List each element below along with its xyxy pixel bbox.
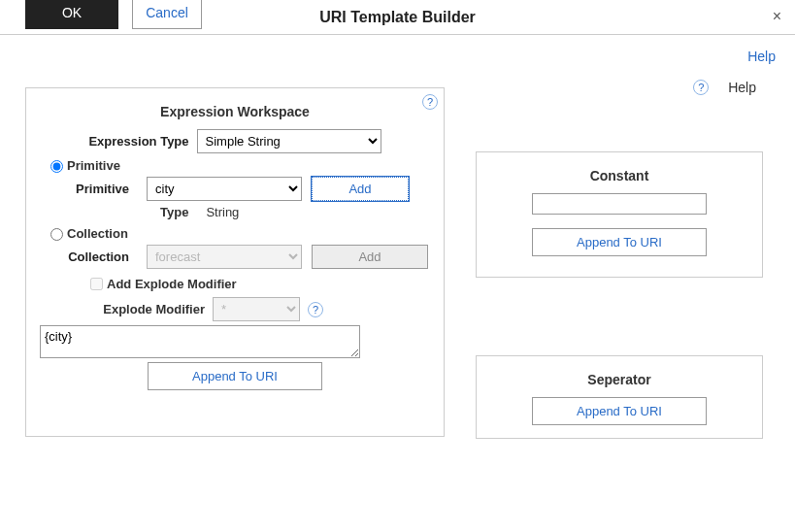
workspace-title: Expression Workspace <box>40 104 430 119</box>
workspace-help-icon[interactable]: ? <box>422 94 438 110</box>
primitive-select[interactable]: city <box>147 177 302 201</box>
collection-label: Collection <box>40 249 137 264</box>
expression-workspace-panel: ? Expression Workspace Expression Type S… <box>25 87 445 437</box>
explode-modifier-label: Explode Modifier <box>88 302 205 316</box>
expression-textarea[interactable] <box>40 325 360 358</box>
expression-type-label: Expression Type <box>88 134 188 149</box>
expression-type-select[interactable]: Simple String <box>197 129 381 153</box>
primitive-label: Primitive <box>40 182 137 196</box>
collection-select: forecast <box>147 245 302 269</box>
constant-panel: Constant Append To URI <box>476 151 763 278</box>
help-link[interactable]: Help <box>747 49 776 64</box>
type-value: String <box>206 205 239 219</box>
separator-append-button[interactable]: Append To URI <box>532 397 707 425</box>
workspace-append-button[interactable]: Append To URI <box>148 362 322 390</box>
collection-radio[interactable] <box>50 228 63 241</box>
help-icon[interactable]: ? <box>693 80 709 95</box>
dialog-body: Help ? Help ? Expression Workspace Expre… <box>0 35 795 41</box>
primitive-add-button[interactable]: Add <box>312 177 409 201</box>
help-row: ? Help <box>693 80 756 95</box>
separator-panel: Seperator Append To URI <box>476 355 763 439</box>
separator-title: Seperator <box>490 372 748 387</box>
constant-append-button[interactable]: Append To URI <box>532 228 707 256</box>
primitive-radio[interactable] <box>50 160 63 173</box>
add-explode-checkbox <box>90 278 103 290</box>
constant-input[interactable] <box>532 193 707 215</box>
footer: URI Template Validate OK Cancel <box>25 0 773 29</box>
help-label: Help <box>728 80 756 95</box>
explode-help-icon[interactable]: ? <box>308 302 323 317</box>
cancel-button[interactable]: Cancel <box>132 0 202 29</box>
ok-button[interactable]: OK <box>25 0 118 29</box>
type-key-label: Type <box>160 205 188 219</box>
close-icon[interactable]: × <box>773 8 781 25</box>
collection-add-button: Add <box>312 245 428 269</box>
explode-modifier-select: * <box>213 297 300 321</box>
add-explode-label: Add Explode Modifier <box>107 277 237 291</box>
collection-radio-label: Collection <box>67 226 128 241</box>
constant-title: Constant <box>490 168 748 183</box>
primitive-radio-label: Primitive <box>67 158 120 173</box>
